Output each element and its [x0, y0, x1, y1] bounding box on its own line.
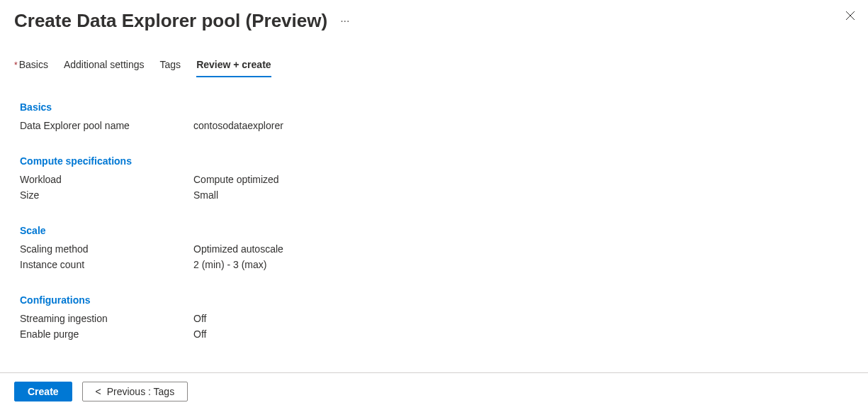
pool-name-value: contosodataexplorer [193, 120, 283, 131]
size-label: Size [20, 189, 193, 201]
row-workload: Workload Compute optimized [20, 174, 854, 185]
tab-review-create[interactable]: Review + create [196, 59, 271, 77]
row-instance-count: Instance count 2 (min) - 3 (max) [20, 259, 854, 270]
tab-basics-label: Basics [19, 59, 48, 70]
create-button[interactable]: Create [14, 382, 72, 401]
footer: Create < Previous : Tags [0, 372, 868, 410]
tab-review-create-label: Review + create [196, 59, 271, 70]
row-enable-purge: Enable purge Off [20, 328, 854, 340]
workload-label: Workload [20, 174, 193, 185]
section-header-configurations: Configurations [20, 294, 854, 306]
tab-tags[interactable]: Tags [160, 59, 181, 77]
enable-purge-value: Off [193, 328, 206, 340]
previous-button[interactable]: < Previous : Tags [82, 382, 188, 401]
more-icon[interactable]: ··· [337, 13, 352, 30]
tab-additional-settings-label: Additional settings [64, 59, 145, 70]
section-header-scale: Scale [20, 225, 854, 236]
close-icon[interactable] [845, 9, 855, 23]
instance-count-value: 2 (min) - 3 (max) [193, 259, 266, 270]
enable-purge-label: Enable purge [20, 328, 193, 340]
chevron-left-icon: < [96, 386, 101, 397]
review-content: Basics Data Explorer pool name contosoda… [0, 101, 868, 408]
tab-tags-label: Tags [160, 59, 181, 70]
previous-button-label: Previous : Tags [107, 386, 174, 397]
instance-count-label: Instance count [20, 259, 193, 270]
tab-basics[interactable]: * Basics [14, 59, 48, 77]
page-title: Create Data Explorer pool (Preview) [14, 10, 327, 32]
streaming-ingestion-value: Off [193, 313, 206, 324]
row-size: Size Small [20, 189, 854, 201]
row-streaming-ingestion: Streaming ingestion Off [20, 313, 854, 324]
row-pool-name: Data Explorer pool name contosodataexplo… [20, 120, 854, 131]
required-asterisk: * [14, 60, 18, 70]
tabs: * Basics Additional settings Tags Review… [0, 38, 868, 77]
workload-value: Compute optimized [193, 174, 279, 185]
size-value: Small [193, 189, 218, 201]
row-scaling-method: Scaling method Optimized autoscale [20, 243, 854, 255]
scaling-method-value: Optimized autoscale [193, 243, 283, 255]
streaming-ingestion-label: Streaming ingestion [20, 313, 193, 324]
scaling-method-label: Scaling method [20, 243, 193, 255]
tab-additional-settings[interactable]: Additional settings [64, 59, 145, 77]
pool-name-label: Data Explorer pool name [20, 120, 193, 131]
section-header-basics: Basics [20, 101, 854, 113]
section-header-compute: Compute specifications [20, 155, 854, 167]
